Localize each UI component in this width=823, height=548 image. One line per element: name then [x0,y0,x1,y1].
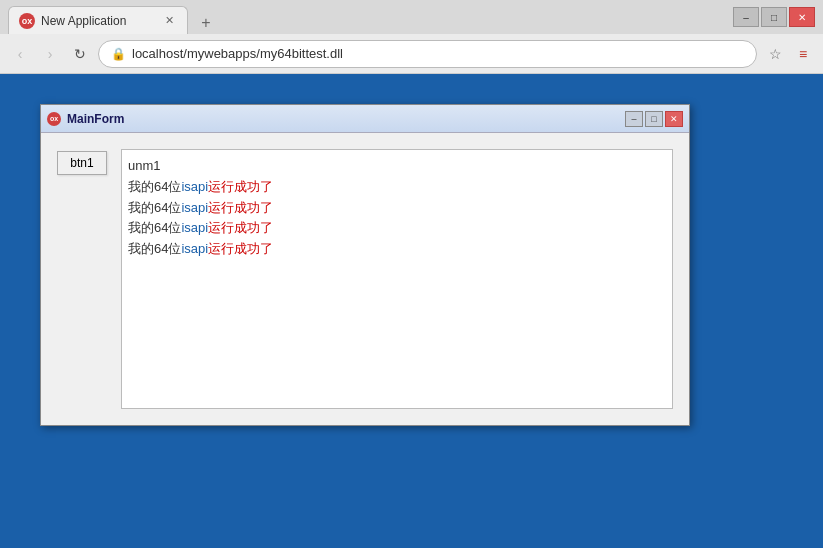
memo-line: 我的64位isapi运行成功了 [128,198,666,219]
win-form: ox MainForm – □ ✕ btn1 unm1我的64位isapi运行成… [40,104,690,426]
form-minimize-button[interactable]: – [625,111,643,127]
browser-tab[interactable]: ox New Application ✕ [8,6,188,34]
memo-line: 我的64位isapi运行成功了 [128,239,666,260]
reload-button[interactable]: ↻ [68,42,92,66]
address-icon: 🔒 [111,47,126,61]
btn1-button[interactable]: btn1 [57,151,107,175]
form-title: MainForm [67,112,619,126]
browser-close-button[interactable]: ✕ [789,7,815,27]
form-body: btn1 unm1我的64位isapi运行成功了我的64位isapi运行成功了我… [41,133,689,425]
memo-line: 我的64位isapi运行成功了 [128,218,666,239]
browser-minimize-button[interactable]: – [733,7,759,27]
toolbar-icons: ☆ ≡ [763,42,815,66]
browser-window-controls: – □ ✕ [733,7,815,27]
form-window-controls: – □ ✕ [625,111,683,127]
form-close-button[interactable]: ✕ [665,111,683,127]
back-button[interactable]: ‹ [8,42,32,66]
address-bar[interactable]: 🔒 localhost/mywebapps/my64bittest.dll [98,40,757,68]
star-button[interactable]: ☆ [763,42,787,66]
tab-title: New Application [41,14,126,28]
memo-line: unm1 [128,156,666,177]
menu-button[interactable]: ≡ [791,42,815,66]
tab-area: ox New Application ✕ + [8,0,729,34]
memo-box: unm1我的64位isapi运行成功了我的64位isapi运行成功了我的64位i… [121,149,673,409]
memo-line: 我的64位isapi运行成功了 [128,177,666,198]
browser-toolbar: ‹ › ↻ 🔒 localhost/mywebapps/my64bittest.… [0,34,823,74]
new-tab-button[interactable]: + [192,12,220,34]
tab-close-button[interactable]: ✕ [161,13,177,29]
address-text: localhost/mywebapps/my64bittest.dll [132,46,744,61]
form-favicon-icon: ox [47,112,61,126]
browser-titlebar: ox New Application ✕ + – □ ✕ [0,0,823,34]
browser-maximize-button[interactable]: □ [761,7,787,27]
tab-favicon: ox [19,13,35,29]
browser-content: ox MainForm – □ ✕ btn1 unm1我的64位isapi运行成… [0,74,823,548]
form-titlebar: ox MainForm – □ ✕ [41,105,689,133]
form-maximize-button[interactable]: □ [645,111,663,127]
forward-button[interactable]: › [38,42,62,66]
